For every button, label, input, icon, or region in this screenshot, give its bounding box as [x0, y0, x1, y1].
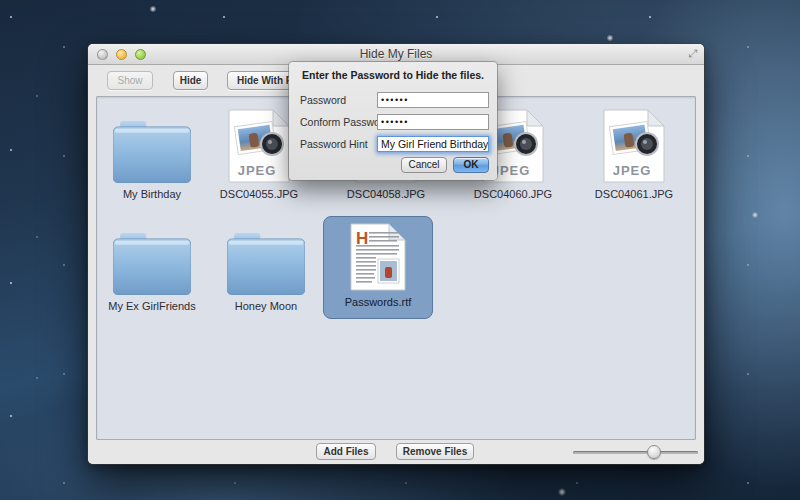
file-label: DSC04060.JPG — [474, 188, 552, 200]
confirm-password-label: Conform Password — [300, 116, 389, 128]
zoom-button[interactable] — [135, 49, 146, 60]
bottom-bar: Add Files Remove Files — [88, 440, 704, 464]
file-item-passwords-rtf[interactable]: Passwords.rtf — [323, 216, 433, 319]
folder-icon — [227, 233, 305, 295]
file-item-dsc04061[interactable]: DSC04061.JPG — [584, 107, 684, 200]
window-title: Hide My Files — [88, 47, 704, 61]
hide-button[interactable]: Hide — [173, 71, 208, 90]
password-label: Password — [300, 94, 346, 106]
file-label: Passwords.rtf — [345, 296, 412, 308]
jpeg-file-icon — [227, 109, 291, 183]
fullscreen-icon[interactable]: ⤢ — [688, 47, 697, 60]
password-input[interactable]: •••••• — [377, 92, 489, 108]
file-item-honey-moon[interactable]: Honey Moon — [216, 219, 316, 312]
slider-track[interactable] — [573, 451, 698, 454]
close-button[interactable] — [97, 49, 108, 60]
file-item-my-birthday[interactable]: My Birthday — [102, 107, 202, 200]
password-hint-input[interactable]: My Girl Friend Birthday — [377, 136, 489, 152]
file-item-my-ex-girlfriends[interactable]: My Ex GirlFriends — [97, 219, 207, 312]
file-label: Honey Moon — [235, 300, 297, 312]
folder-icon — [113, 121, 191, 183]
folder-icon — [113, 233, 191, 295]
password-hint-value: My Girl Friend Birthday — [381, 138, 488, 150]
rtf-file-icon — [349, 223, 407, 291]
slider-thumb[interactable] — [647, 445, 661, 459]
jpeg-file-icon — [602, 109, 666, 183]
cancel-button[interactable]: Cancel — [401, 157, 447, 173]
dialog-title: Enter the Password to Hide the files. — [289, 69, 497, 81]
minimize-button[interactable] — [116, 49, 127, 60]
password-hint-label: Password Hint — [300, 138, 368, 150]
file-label: My Ex GirlFriends — [108, 300, 195, 312]
add-files-button[interactable]: Add Files — [316, 443, 376, 460]
icon-size-slider[interactable] — [573, 443, 698, 460]
confirm-password-input[interactable]: •••••• — [377, 114, 489, 130]
file-label: DSC04055.JPG — [220, 188, 298, 200]
ok-button[interactable]: OK — [453, 157, 489, 173]
password-dialog: Enter the Password to Hide the files. Pa… — [289, 62, 497, 180]
show-button[interactable]: Show — [107, 71, 153, 90]
file-label: My Birthday — [123, 188, 181, 200]
remove-files-button[interactable]: Remove Files — [396, 443, 474, 460]
text-caret — [488, 139, 489, 149]
file-label: DSC04061.JPG — [595, 188, 673, 200]
file-label: DSC04058.JPG — [347, 188, 425, 200]
